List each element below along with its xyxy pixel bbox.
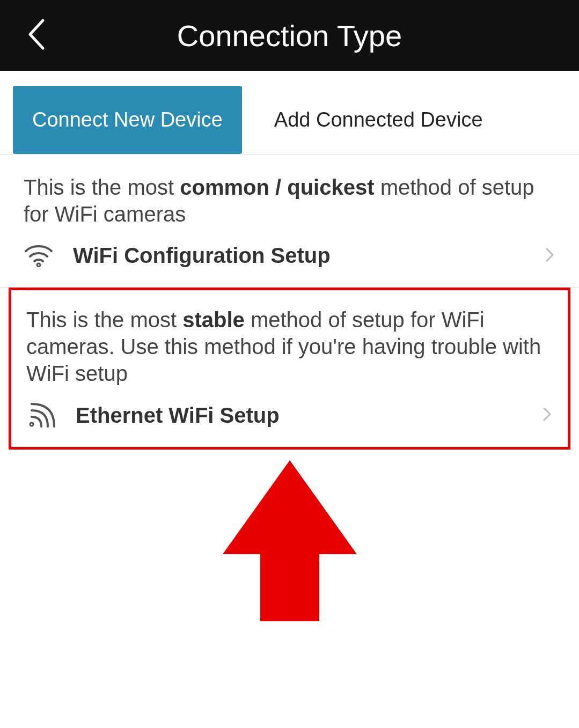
page-title: Connection Type [0, 18, 579, 53]
text-fragment: This is the most [24, 175, 180, 199]
wifi-icon [24, 245, 54, 267]
wifi-config-option[interactable]: WiFi Configuration Setup [24, 240, 555, 271]
ethernet-wifi-label: Ethernet WiFi Setup [76, 403, 523, 428]
wifi-config-section: This is the most common / quickest metho… [0, 155, 579, 288]
ethernet-wifi-section-highlight: This is the most stable method of setup … [9, 288, 570, 450]
annotation-arrow [0, 460, 579, 627]
tab-connect-new-device[interactable]: Connect New Device [13, 86, 242, 154]
text-fragment: This is the most [26, 308, 182, 332]
text-bold-fragment: stable [182, 308, 245, 332]
ethernet-wifi-description: This is the most stable method of setup … [26, 306, 553, 387]
tab-bar: Connect New Device Add Connected Device [0, 71, 579, 155]
tab-add-connected-device[interactable]: Add Connected Device [242, 86, 515, 154]
text-bold-fragment: common / quickest [180, 175, 374, 199]
svg-marker-2 [223, 460, 357, 621]
header-bar: Connection Type [0, 0, 579, 71]
svg-point-1 [30, 423, 33, 426]
back-button[interactable] [27, 17, 46, 54]
ethernet-signal-icon [26, 402, 56, 429]
chevron-right-icon [542, 406, 553, 424]
svg-point-0 [37, 263, 40, 267]
chevron-left-icon [27, 17, 46, 52]
wifi-config-label: WiFi Configuration Setup [73, 244, 525, 268]
chevron-right-icon [545, 247, 555, 265]
ethernet-wifi-option[interactable]: Ethernet WiFi Setup [26, 399, 553, 432]
arrow-up-icon [220, 460, 360, 627]
wifi-config-description: This is the most common / quickest metho… [24, 174, 555, 227]
